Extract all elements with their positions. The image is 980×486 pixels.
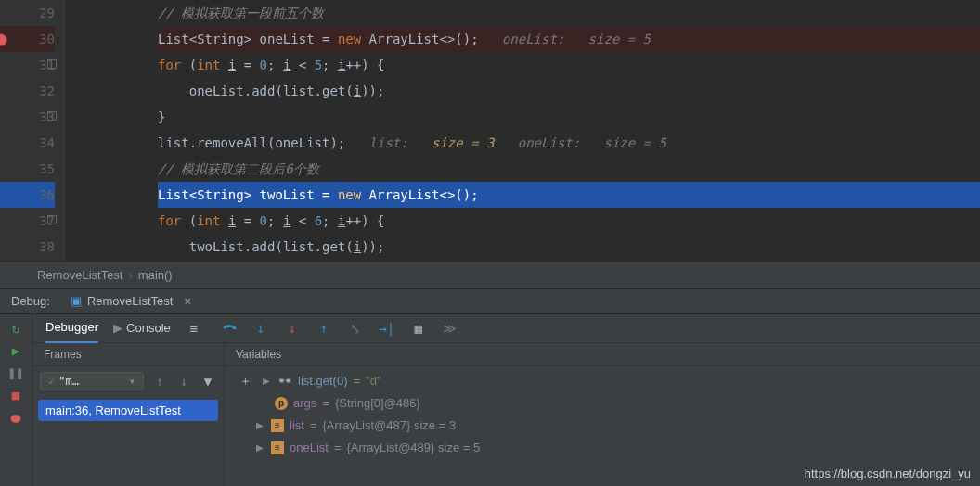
line-number: -31 xyxy=(0,52,55,78)
close-icon[interactable]: × xyxy=(184,289,191,313)
step-out-icon[interactable]: ↑ xyxy=(316,320,332,337)
list-icon: ≡ xyxy=(271,419,284,432)
step-over-icon[interactable] xyxy=(221,320,238,337)
code-line[interactable]: oneList.add(list.get(i)); xyxy=(158,78,980,104)
rerun-icon[interactable]: ↻ xyxy=(7,320,24,337)
pause-icon[interactable]: ❚❚ xyxy=(7,364,24,381)
variable-row[interactable]: p args = {String[0]@486} xyxy=(232,392,973,415)
check-icon: ✓ xyxy=(48,375,55,388)
breadcrumb-separator: › xyxy=(128,268,132,282)
line-number: 32 xyxy=(0,78,55,104)
code-editor[interactable]: 29 30 -31 32 -33 34 35 36 -37 38 // 模拟获取… xyxy=(0,0,980,262)
drop-frame-icon[interactable]: ⤣ xyxy=(347,320,364,337)
list-icon: ≡ xyxy=(271,441,284,454)
fold-icon[interactable]: - xyxy=(47,111,57,121)
glasses-icon: 👓 xyxy=(277,370,292,392)
code-line-current[interactable]: List<String> twoList = new ArrayList<>()… xyxy=(158,182,980,208)
debug-side-toolbar: ↻ ▶ ❚❚ ■ ●● xyxy=(0,314,32,486)
breakpoint-icon[interactable] xyxy=(0,33,7,46)
debug-panels: Frames ✓"m…▾ ↑ ↓ ▼ main:36, RemoveListTe… xyxy=(32,343,980,486)
next-frame-icon[interactable]: ↓ xyxy=(175,373,192,390)
frames-list[interactable]: main:36, RemoveListTest xyxy=(32,396,224,425)
run-config-icon: ▣ xyxy=(71,289,82,313)
variables-header: Variables xyxy=(225,343,980,366)
code-line[interactable]: } xyxy=(158,104,980,130)
breadcrumb[interactable]: RemoveListTest›main() xyxy=(0,262,980,288)
evaluate-icon[interactable]: ▦ xyxy=(410,320,427,337)
code-line[interactable]: // 模拟获取第二段后6个数 xyxy=(158,156,980,182)
variables-pane: Variables ＋ ▶ 👓 list.get(0) = "d" p args… xyxy=(225,343,980,486)
line-number-current: 36 xyxy=(0,182,55,208)
tab-debugger[interactable]: Debugger xyxy=(45,313,98,343)
code-line[interactable]: for (int i = 0; i < 5; i++) { xyxy=(158,52,980,78)
force-step-into-icon[interactable]: ↓ xyxy=(284,320,301,337)
line-number: -37 xyxy=(0,208,55,234)
threads-icon[interactable]: ≡ xyxy=(186,320,202,337)
watermark: https://blog.csdn.net/dongzi_yu xyxy=(805,467,971,480)
code-line[interactable]: twoList.add(list.get(i)); xyxy=(158,234,980,260)
filter-icon[interactable]: ▼ xyxy=(200,373,216,390)
variable-row[interactable]: ＋ ▶ 👓 list.get(0) = "d" xyxy=(232,370,973,392)
code-line[interactable]: list.removeAll(oneList); list: size = 3 … xyxy=(158,130,980,156)
tab-console[interactable]: ▶Console xyxy=(113,314,171,342)
variable-row[interactable]: ▶ ≡ list = {ArrayList@487} size = 3 xyxy=(232,415,973,437)
line-number: 34 xyxy=(0,130,55,156)
debugger-toolbar: Debugger ▶Console ≡ ↓ ↓ ↑ ⤣ →| ▦ ≫ xyxy=(32,314,980,343)
code-line[interactable]: // 模拟获取第一段前五个数 xyxy=(158,0,980,26)
param-icon: p xyxy=(275,397,288,410)
line-number: 30 xyxy=(0,26,55,52)
fold-icon[interactable]: - xyxy=(47,59,57,69)
chevron-down-icon: ▾ xyxy=(129,375,135,388)
resume-icon[interactable]: ▶ xyxy=(7,342,24,359)
expand-icon[interactable]: ▶ xyxy=(256,437,265,459)
code-line[interactable]: List<String> oneList = new ArrayList<>()… xyxy=(158,26,980,52)
gutter: 29 30 -31 32 -33 34 35 36 -37 38 xyxy=(0,0,65,262)
line-number: 29 xyxy=(0,0,55,26)
line-number: 35 xyxy=(0,156,55,182)
prev-frame-icon[interactable]: ↑ xyxy=(151,373,168,390)
variable-row[interactable]: ▶ ≡ oneList = {ArrayList@489} size = 5 xyxy=(232,437,973,459)
stack-frame[interactable]: main:36, RemoveListTest xyxy=(38,400,218,421)
expand-icon[interactable]: ▶ xyxy=(256,415,265,437)
frames-header: Frames xyxy=(32,343,224,366)
run-to-cursor-icon[interactable]: →| xyxy=(379,320,395,337)
line-number: 38 xyxy=(0,234,55,260)
thread-selector[interactable]: ✓"m…▾ xyxy=(40,372,144,390)
run-config-tab[interactable]: ▣RemoveListTest× xyxy=(61,289,200,313)
stop-icon[interactable]: ■ xyxy=(7,387,24,403)
step-into-icon[interactable]: ↓ xyxy=(252,320,269,337)
add-watch-icon[interactable]: ＋ xyxy=(239,370,251,392)
breadcrumb-method[interactable]: main() xyxy=(138,268,173,282)
breadcrumb-class[interactable]: RemoveListTest xyxy=(37,268,122,282)
expand-icon[interactable]: ▶ xyxy=(263,370,272,392)
fold-icon[interactable]: - xyxy=(47,215,57,224)
trace-icon[interactable]: ≫ xyxy=(442,320,458,337)
code-area[interactable]: // 模拟获取第一段前五个数 List<String> oneList = ne… xyxy=(65,0,980,262)
frames-pane: Frames ✓"m…▾ ↑ ↓ ▼ main:36, RemoveListTe… xyxy=(32,343,225,486)
line-number: -33 xyxy=(0,104,55,130)
debug-label: Debug: xyxy=(0,289,61,313)
view-breakpoints-icon[interactable]: ●● xyxy=(7,409,24,426)
code-line[interactable]: for (int i = 0; i < 6; i++) { xyxy=(158,208,980,234)
console-icon: ▶ xyxy=(113,321,122,335)
debug-tool-window-header: Debug: ▣RemoveListTest× xyxy=(0,288,980,314)
